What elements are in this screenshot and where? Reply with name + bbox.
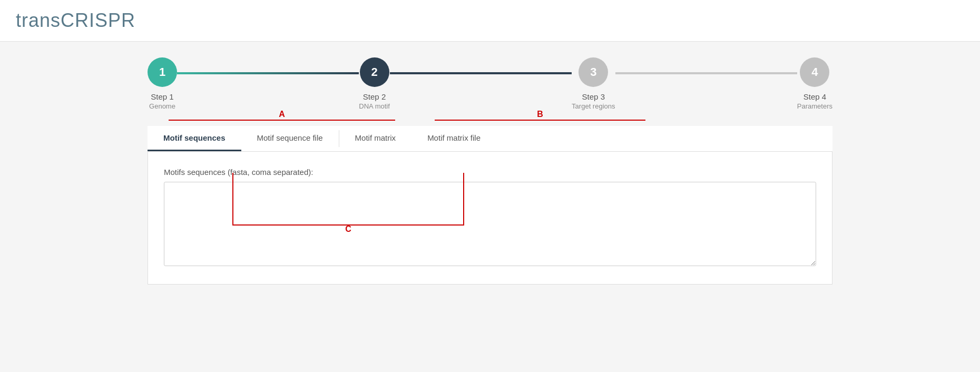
tab-motif-sequences[interactable]: Motif sequences [148,126,241,151]
step-4-sublabel: Parameters [797,102,832,110]
main-content: 1 Step 1 Genome 2 Step 2 DNA motif 3 Ste… [0,42,980,300]
step-1-circle: 1 [148,57,177,87]
connector-3-4 [615,72,797,74]
step-1-sublabel: Genome [149,102,175,110]
step-4-label: Step 4 [803,92,826,101]
step-3-sublabel: Target regions [572,102,615,110]
step-2-sublabel: DNA motif [359,102,390,110]
annotation-a: A [169,110,395,121]
step-3[interactable]: 3 Step 3 Target regions [572,57,615,110]
annotation-area: A B Motif sequences Motif sequence file … [148,110,832,285]
connector-2-3 [390,72,572,74]
app-header: transCRISPR [0,0,980,42]
step-1-label: Step 1 [151,92,173,101]
tab-motif-sequence-file[interactable]: Motif sequence file [241,126,339,151]
step-3-label: Step 3 [582,92,605,101]
annotation-b-label: B [435,110,645,119]
stepper: 1 Step 1 Genome 2 Step 2 DNA motif 3 Ste… [148,57,832,110]
step-2[interactable]: 2 Step 2 DNA motif [359,57,390,110]
app-title: transCRISPR [16,9,135,31]
step-4[interactable]: 4 Step 4 Parameters [797,57,832,110]
step-1-number: 1 [159,65,165,79]
field-label: Motifs sequences (fasta, coma separated)… [164,168,816,177]
annotation-b-line [435,120,645,121]
tabs-bar: Motif sequences Motif sequence file Moti… [148,126,832,152]
step-3-circle: 3 [579,57,608,87]
step-4-number: 4 [811,65,818,79]
connector-1-2 [177,72,359,74]
annotation-a-label: A [169,110,395,119]
step-1[interactable]: 1 Step 1 Genome [148,57,177,110]
step-4-circle: 4 [800,57,829,87]
step-3-number: 3 [590,65,596,79]
tab-motif-matrix-file[interactable]: Motif matrix file [411,126,496,151]
step-2-label: Step 2 [363,92,386,101]
step-2-circle: 2 [360,57,389,87]
annotation-a-line [169,120,395,121]
tab-motif-matrix[interactable]: Motif matrix [339,126,412,151]
step-2-number: 2 [371,65,377,79]
tab-content: C Motifs sequences (fasta, coma separate… [148,152,832,285]
field-group: C Motifs sequences (fasta, coma separate… [164,168,816,268]
motif-sequences-textarea[interactable] [164,182,816,266]
annotation-b: B [435,110,645,121]
